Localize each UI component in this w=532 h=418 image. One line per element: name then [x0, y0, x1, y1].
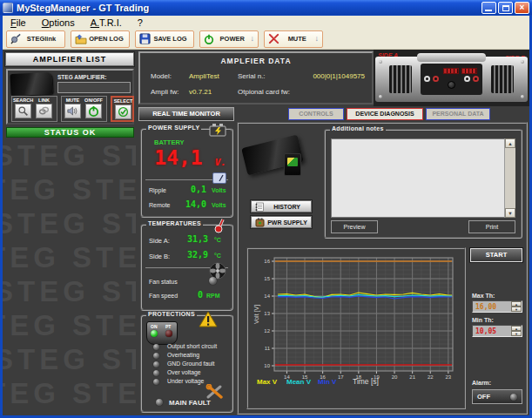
mute-dropdown-icon[interactable]: ↓ [315, 35, 320, 43]
minimize-icon [485, 10, 492, 11]
minimize-button[interactable] [481, 2, 496, 14]
alarm-toggle-button[interactable]: OFF [472, 389, 522, 404]
protection-led [153, 344, 159, 350]
remote-label: Remote [149, 202, 171, 208]
save-log-button[interactable]: SAVE LOG [135, 30, 194, 48]
max-th-spinner[interactable]: 16,00 ▲ ▼ [472, 300, 522, 313]
screw-icon [521, 95, 524, 98]
watermark-text: STEG STEG STEG [3, 240, 136, 274]
screw-icon [521, 60, 524, 64]
select-button[interactable]: SELECT [114, 98, 132, 119]
voltage-chart-panel: 1011121314151614151617181920212223Volt [… [246, 247, 466, 409]
watermark-text: STEG STEG STEG [3, 138, 136, 172]
gain-knob-icon [448, 81, 455, 89]
notes-scrollbar[interactable]: ▲ ▼ [504, 138, 515, 218]
steglink-button[interactable]: STEGlink [6, 30, 65, 48]
menu-file[interactable]: File [3, 17, 34, 28]
svg-text:Time [s]: Time [s] [353, 377, 379, 386]
history-button[interactable]: HISTORY [251, 200, 312, 212]
notes-textarea[interactable] [331, 138, 515, 218]
print-button[interactable]: Print [468, 220, 515, 233]
menu-help[interactable]: ? [130, 17, 151, 28]
mute-button[interactable]: MUTE ↓ [264, 30, 323, 48]
menu-options[interactable]: Options [34, 17, 83, 28]
ripple-value: 0,1 [178, 185, 206, 194]
toolbar: STEGlink OPEN LOG SAVE LOG POWER ↓ MUTE … [3, 29, 529, 50]
svg-text:12: 12 [264, 328, 270, 334]
mute-onoff-group: MUTE ON/OFF [61, 96, 107, 122]
svg-text:Volt [V]: Volt [V] [253, 305, 260, 324]
speaker-icon [67, 105, 78, 117]
amplifier-name-input[interactable] [57, 82, 131, 93]
model-value: AmpliTest [189, 72, 219, 80]
protection-row: Overheating [142, 352, 232, 361]
main-fault-label: MAIN FAULT [169, 399, 211, 407]
svg-text:14: 14 [264, 293, 270, 299]
min-th-decrement-icon[interactable]: ▼ [511, 331, 522, 336]
notepad-icon [255, 202, 264, 212]
floppy-disk-icon [139, 33, 151, 44]
firmware-label: Ampli fw: [151, 88, 178, 96]
open-folder-icon [75, 34, 87, 44]
preview-button[interactable]: Preview [331, 220, 378, 233]
search-button[interactable]: SEARCH [14, 98, 32, 120]
mute-x-icon [268, 33, 279, 44]
tab-device-diagnosis[interactable]: DEVICE DIAGNOSIS [347, 108, 423, 120]
open-log-button[interactable]: OPEN LOG [71, 30, 130, 48]
power-dropdown-icon[interactable]: ↓ [251, 35, 255, 43]
min-th-value[interactable]: 10,05 [475, 327, 496, 335]
amp-onoff-button[interactable]: ON/OFF [84, 98, 103, 120]
link-button[interactable]: LINK [35, 98, 53, 120]
watermark-text: STEG STEG STEG [3, 410, 136, 415]
menu-atri[interactable]: A.T.R.I. [83, 17, 130, 28]
tab-controls[interactable]: CONTROLS [288, 108, 344, 120]
side-b-temp-value: 32,9 [177, 250, 208, 260]
power-supply-title: POWER SUPPLY [146, 125, 201, 131]
maximize-button[interactable] [498, 2, 513, 14]
min-th-label: Min Th: [472, 317, 494, 323]
svg-text:21: 21 [409, 374, 415, 380]
start-button[interactable]: START [470, 248, 522, 262]
protection-led [153, 353, 159, 359]
amplifier-list-header: AMPLIFIER LIST [5, 52, 134, 66]
pwr-supply-button[interactable]: PWR SUPPLY [251, 216, 312, 228]
alarm-label: Alarm: [472, 380, 491, 386]
fan-speed-label: Fan speed [149, 293, 178, 299]
min-th-spinner[interactable]: 10,05 ▲ ▼ [472, 325, 522, 337]
battery-voltage-unit: V. [215, 157, 226, 168]
amplifier-body [375, 57, 528, 102]
rca-red-right-icon [473, 76, 479, 82]
max-th-value[interactable]: 16,00 [475, 303, 496, 311]
on-pt-indicator: ON PT [146, 321, 178, 345]
power-supply-icon [255, 218, 265, 227]
max-th-decrement-icon[interactable]: ▼ [511, 307, 522, 312]
terminal-strip-left [443, 68, 459, 74]
title-bar[interactable]: MyStegManager - GT Trading × [0, 0, 532, 16]
protection-label: GND Ground fault [167, 361, 214, 367]
protections-title: PROTECTIONS [146, 311, 197, 317]
tab-personal-data[interactable]: PERSONAL DATA [426, 108, 490, 120]
scroll-down-icon[interactable]: ▼ [505, 208, 515, 218]
power-button[interactable]: POWER ↓ [199, 30, 259, 48]
protection-row: Output short circuit [142, 343, 232, 352]
amplifier-handle [417, 53, 486, 62]
heatsink-fins-right [491, 65, 514, 93]
svg-text:Max V: Max V [257, 378, 278, 386]
terminal-strip-right [461, 68, 477, 74]
protection-led [153, 379, 159, 385]
alarm-led [510, 394, 517, 401]
svg-text:16: 16 [264, 259, 270, 264]
plug-link-icon [10, 33, 22, 44]
search-link-group: SEARCH LINK [11, 96, 57, 122]
scroll-up-icon[interactable]: ▲ [505, 138, 515, 148]
close-button[interactable]: × [515, 2, 529, 14]
app-icon [3, 3, 13, 13]
tools-icon [205, 384, 225, 400]
amp-mute-button[interactable]: MUTE [64, 98, 82, 120]
amplifier-list-item[interactable]: STEG AMPLIFIER: SEARCH LINK MUTE ON/OFF [6, 69, 134, 125]
watermark-text: STEG STEG STEG [3, 376, 136, 410]
battery-label: BATTERY [154, 138, 185, 146]
fan-speed-value: 0 [187, 290, 203, 300]
side-a-temp-label: Side A: [149, 237, 170, 245]
search-icon [17, 105, 29, 117]
